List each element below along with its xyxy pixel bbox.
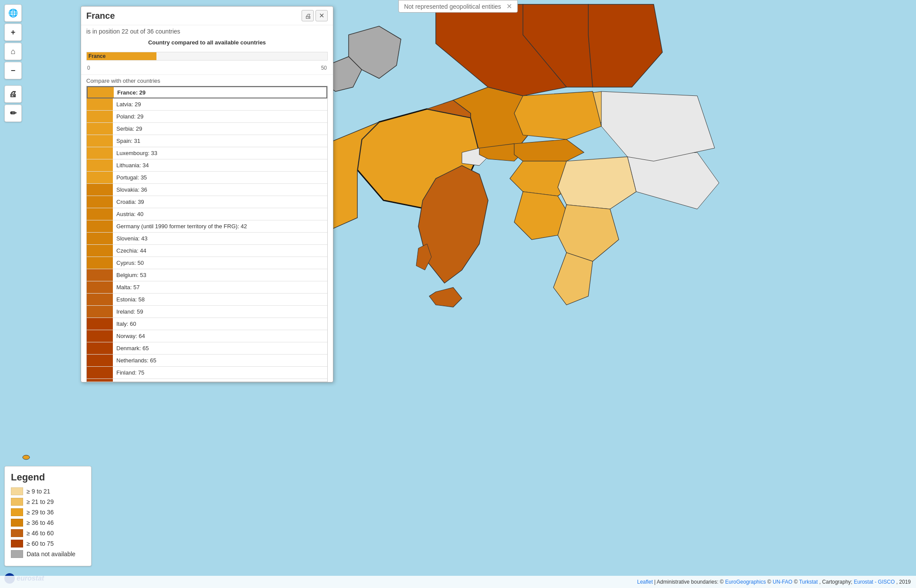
zoom-out-button[interactable]: −: [4, 62, 22, 79]
country-name-label: France: 29: [114, 89, 326, 96]
country-list-item[interactable]: Czechia: 44: [87, 245, 327, 257]
country-color-indicator: [87, 123, 113, 135]
compare-section: Compare with other countries France: 29 …: [81, 75, 333, 382]
legend-items: ≥ 9 to 21 ≥ 21 to 29 ≥ 29 to 36 ≥ 36 to …: [11, 487, 85, 558]
country-list-item[interactable]: Estonia: 58: [87, 294, 327, 306]
country-list-item[interactable]: Cyprus: 50: [87, 257, 327, 269]
country-color-indicator: [87, 159, 113, 171]
country-list-item[interactable]: Finland: 75: [87, 367, 327, 379]
axis-start: 0: [87, 65, 90, 71]
eurogeographics-link[interactable]: EuroGeographics: [725, 579, 766, 585]
plus-icon: +: [11, 28, 16, 37]
print-button[interactable]: 🖨: [4, 85, 22, 103]
gisco-link[interactable]: Eurostat - GISCO: [854, 579, 895, 585]
country-color-indicator: [87, 147, 113, 159]
country-name-label: Poland: 29: [113, 113, 327, 120]
legend-item: ≥ 21 to 29: [11, 498, 85, 506]
country-list-item[interactable]: Latvia: 29: [87, 98, 327, 111]
country-name-label: Ireland: 59: [113, 308, 327, 315]
country-name-label: Sweden: 75: [113, 382, 327, 382]
bar-chart: France: [86, 48, 328, 64]
country-list-item[interactable]: Spain: 31: [87, 135, 327, 147]
country-list-item[interactable]: Poland: 29: [87, 111, 327, 123]
zoom-in-button[interactable]: +: [4, 24, 22, 41]
toolbar: 🌐 + ⌂ − 🖨 ✏: [4, 4, 22, 122]
popup-print-icon: 🖨: [305, 12, 311, 20]
turkstat-link[interactable]: Turkstat: [799, 579, 818, 585]
country-list-item[interactable]: Netherlands: 65: [87, 355, 327, 367]
country-name-label: Estonia: 58: [113, 296, 327, 303]
country-color-indicator: [87, 379, 113, 382]
country-color-indicator: [87, 111, 113, 122]
country-list-item[interactable]: Belgium: 53: [87, 269, 327, 281]
country-list-item[interactable]: Serbia: 29: [87, 123, 327, 135]
country-list-container[interactable]: France: 29 Latvia: 29 Poland: 29 Serbia:…: [86, 86, 328, 382]
compare-label: Compare with other countries: [86, 78, 328, 84]
legend-item: ≥ 9 to 21: [11, 487, 85, 495]
edit-button[interactable]: ✏: [4, 105, 22, 122]
legend-item-label: ≥ 60 to 75: [27, 540, 54, 547]
country-name-label: Denmark: 65: [113, 345, 327, 351]
country-list-item[interactable]: Sweden: 75: [87, 379, 327, 382]
leaflet-link[interactable]: Leaflet: [637, 579, 653, 585]
country-color-indicator: [87, 318, 113, 330]
country-color-indicator: [87, 281, 113, 293]
country-list-item[interactable]: Italy: 60: [87, 318, 327, 330]
country-color-indicator: [87, 269, 113, 281]
legend-item-label: ≥ 21 to 29: [27, 498, 54, 505]
legend-color-swatch: [11, 498, 23, 506]
country-name-label: Netherlands: 65: [113, 357, 327, 364]
country-name-label: Croatia: 39: [113, 199, 327, 205]
country-list-item[interactable]: Denmark: 65: [87, 342, 327, 355]
country-list-item[interactable]: Ireland: 59: [87, 306, 327, 318]
popup-close-icon: ✕: [319, 12, 325, 20]
popup-close-button[interactable]: ✕: [316, 10, 328, 21]
country-list-item[interactable]: Croatia: 39: [87, 196, 327, 208]
country-list-item[interactable]: Portugal: 35: [87, 172, 327, 184]
country-color-indicator: [87, 294, 113, 305]
popup-print-button[interactable]: 🖨: [302, 10, 314, 21]
legend-title: Legend: [11, 472, 85, 483]
legend-item-label: ≥ 36 to 46: [27, 519, 54, 526]
country-color-indicator: [87, 342, 113, 354]
not-represented-banner: Not represented geopolitical entities ✕: [398, 0, 518, 13]
legend-item: ≥ 36 to 46: [11, 519, 85, 527]
country-list-item[interactable]: Germany (until 1990 former territory of …: [87, 220, 327, 233]
country-name-label: Slovenia: 43: [113, 235, 327, 242]
bar-track: France: [86, 52, 328, 61]
country-name-label: Malta: 57: [113, 284, 327, 291]
country-list-item[interactable]: Malta: 57: [87, 281, 327, 294]
minus-icon: −: [11, 66, 16, 75]
legend-color-swatch: [11, 519, 23, 527]
legend-item: ≥ 46 to 60: [11, 529, 85, 537]
country-color-indicator: [87, 355, 113, 366]
country-list-item[interactable]: Slovakia: 36: [87, 184, 327, 196]
home-button[interactable]: ⌂: [4, 43, 22, 60]
country-name-label: Italy: 60: [113, 321, 327, 327]
globe-icon: 🌐: [8, 8, 18, 18]
popup-subtitle: is in position 22 out of 36 countries: [81, 25, 333, 37]
country-name-label: Finland: 75: [113, 369, 327, 376]
unfao-link[interactable]: UN-FAO: [773, 579, 792, 585]
not-represented-close[interactable]: ✕: [506, 2, 512, 10]
country-name-label: Norway: 64: [113, 333, 327, 339]
country-color-indicator: [87, 245, 113, 257]
country-name-label: Germany (until 1990 former territory of …: [113, 223, 327, 230]
chart-title: Country compared to all available countr…: [86, 39, 328, 46]
globe-button[interactable]: 🌐: [4, 4, 22, 22]
legend-color-swatch: [11, 529, 23, 537]
country-name-label: Belgium: 53: [113, 272, 327, 278]
country-name-label: Cyprus: 50: [113, 260, 327, 266]
country-list-item[interactable]: Luxembourg: 33: [87, 147, 327, 159]
country-color-indicator: [87, 257, 113, 269]
credits-text: Leaflet | Administrative boundaries: © E…: [637, 579, 911, 585]
pencil-icon: ✏: [10, 108, 17, 118]
country-list-item[interactable]: France: 29: [87, 86, 327, 98]
country-list-item[interactable]: Norway: 64: [87, 330, 327, 342]
country-color-indicator: [87, 208, 113, 220]
country-list-item[interactable]: Lithuania: 34: [87, 159, 327, 172]
country-list-item[interactable]: Slovenia: 43: [87, 233, 327, 245]
print-icon: 🖨: [9, 90, 17, 99]
country-color-indicator: [87, 98, 113, 110]
country-list-item[interactable]: Austria: 40: [87, 208, 327, 220]
